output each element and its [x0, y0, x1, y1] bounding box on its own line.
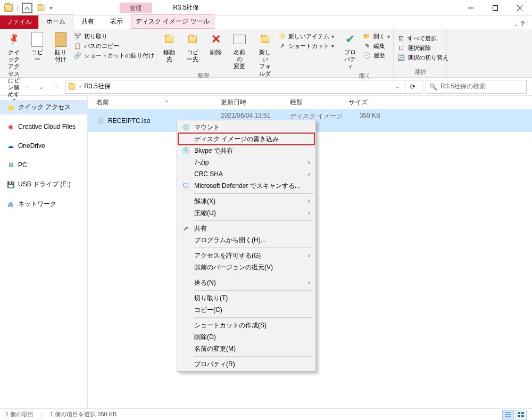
- ribbon-collapse-icon[interactable]: ⌄: [513, 21, 518, 27]
- svg-rect-2: [518, 412, 520, 414]
- edit-button[interactable]: ✎編集: [363, 42, 390, 50]
- ctx-separator: [194, 220, 313, 221]
- ctx-prevversions[interactable]: 以前のバージョンの復元(V): [178, 261, 314, 273]
- ctx-giveaccess[interactable]: アクセスを許可する(G)›: [178, 250, 314, 261]
- status-bar: 1 個の項目 | 1 個の項目を選択 350 KB: [0, 408, 532, 420]
- sidebar-item-quickaccess[interactable]: ⭐クイック アクセス: [0, 100, 87, 114]
- sidebar-item-usb[interactable]: 💾USB ドライブ (E:): [0, 177, 87, 192]
- newitem-button[interactable]: ✨新しいアイテム ▾: [278, 32, 334, 40]
- forward-button[interactable]: →: [20, 81, 32, 93]
- copypath-button[interactable]: 📋パスのコピー: [73, 42, 154, 50]
- tab-disk-image-tools[interactable]: ディスク イメージ ツール: [131, 14, 214, 29]
- nav-pane: ⭐クイック アクセス ◉Creative Cloud Files ☁OneDri…: [0, 96, 88, 408]
- svg-rect-3: [521, 412, 524, 414]
- copy-button[interactable]: コピー: [27, 30, 48, 64]
- sidebar-item-ccf[interactable]: ◉Creative Cloud Files: [0, 120, 87, 134]
- pin-quickaccess-button[interactable]: 📌クイック アクセス にピン留めする: [3, 30, 24, 106]
- ctx-extract[interactable]: 解凍(X)›: [178, 195, 314, 207]
- back-button[interactable]: ←: [5, 81, 17, 93]
- delete-button[interactable]: ✕削除: [205, 30, 227, 57]
- column-type[interactable]: 種類: [290, 98, 348, 107]
- ctx-sendto[interactable]: 送る(N)›: [178, 277, 314, 289]
- recent-dropdown[interactable]: ⌄: [35, 81, 47, 93]
- column-size[interactable]: サイズ: [348, 98, 386, 107]
- sidebar-item-onedrive[interactable]: ☁OneDrive: [0, 139, 87, 153]
- ctx-mount[interactable]: 💿マウント: [178, 121, 314, 133]
- qat-sep: |: [17, 4, 19, 12]
- refresh-button[interactable]: ⟳: [405, 80, 420, 94]
- ctx-separator: [194, 248, 313, 248]
- qat-newfolder[interactable]: [35, 2, 47, 14]
- ctx-openwith[interactable]: プログラムから開く(H)...: [178, 234, 314, 246]
- chevron-right-icon: ›: [308, 159, 310, 166]
- column-name[interactable]: 名前⌃: [88, 98, 221, 107]
- invert-button[interactable]: 🔄選択の切り替え: [397, 53, 448, 62]
- maximize-button[interactable]: [483, 0, 508, 16]
- titlebar: | ▾ 管理 R3.5社保: [0, 0, 532, 16]
- context-menu: 💿マウント ディスク イメージの書き込み ⓈSkype で共有 7-Zip› C…: [177, 120, 316, 372]
- address-segment[interactable]: R3.5社保: [84, 82, 110, 91]
- properties-button[interactable]: ✔プロパティ: [339, 30, 361, 71]
- chevron-right-icon[interactable]: ›: [79, 84, 81, 89]
- ctx-copy[interactable]: コピー(C): [178, 304, 314, 316]
- pasteshortcut-button[interactable]: 🔗ショートカットの貼り付け: [73, 51, 154, 60]
- ctx-compress[interactable]: 圧縮(U)›: [178, 207, 314, 219]
- ctx-share[interactable]: ↗共有: [178, 223, 314, 234]
- newshortcut-button[interactable]: ↗ショートカット ▾: [278, 42, 334, 50]
- cut-button[interactable]: ✂️切り取り: [73, 32, 154, 40]
- chevron-right-icon: ›: [308, 170, 310, 178]
- ctx-cut[interactable]: 切り取り(T): [178, 292, 314, 304]
- selectnone-button[interactable]: ☐選択解除: [397, 44, 448, 52]
- grid-icon: [518, 412, 524, 417]
- qat-dropdown[interactable]: ▾: [49, 4, 53, 12]
- moveto-button[interactable]: 移動先: [159, 30, 180, 64]
- ctx-burn-disk-image[interactable]: ディスク イメージの書き込み: [178, 133, 314, 145]
- ctx-defender-scan[interactable]: 🛡Microsoft Defender でスキャンする...: [178, 180, 314, 192]
- minimize-button[interactable]: [459, 0, 483, 16]
- folder-icon: [69, 84, 76, 89]
- selectall-button[interactable]: ☑すべて選択: [397, 34, 448, 43]
- ctx-skype-share[interactable]: ⓈSkype で共有: [178, 145, 314, 157]
- copyto-button[interactable]: コピー先: [182, 30, 203, 64]
- view-large-button[interactable]: [515, 410, 527, 419]
- share-icon: ↗: [181, 224, 190, 233]
- help-icon[interactable]: ?: [521, 20, 525, 28]
- chevron-right-icon: ›: [308, 209, 310, 217]
- view-details-button[interactable]: [502, 410, 514, 419]
- chevron-right-icon: ›: [308, 197, 310, 205]
- tab-share[interactable]: 共有: [73, 14, 102, 29]
- column-date[interactable]: 更新日時: [221, 98, 290, 107]
- svg-rect-0: [22, 3, 32, 13]
- tab-view[interactable]: 表示: [102, 14, 131, 29]
- contextual-tab-header: 管理: [120, 3, 152, 13]
- address-dropdown[interactable]: ⌄: [395, 84, 400, 89]
- paste-button[interactable]: 貼り付け: [50, 30, 71, 64]
- ctx-rename[interactable]: 名前の変更(M): [178, 343, 314, 355]
- sidebar-item-network[interactable]: 🖧ネットワーク: [0, 197, 87, 211]
- ctx-delete[interactable]: 削除(D): [178, 331, 314, 343]
- sidebar-item-pc[interactable]: 🖥PC: [0, 158, 87, 172]
- newfolder-button[interactable]: 新しい フォルダー: [254, 30, 276, 85]
- navbar: ← → ⌄ ↑ › R3.5社保 ⌄ ⟳ 🔍 R3.5社保の検索: [0, 78, 532, 96]
- history-button[interactable]: 🕘履歴: [363, 51, 390, 60]
- up-button[interactable]: ↑: [50, 81, 62, 93]
- network-icon: 🖧: [6, 200, 15, 209]
- tab-file[interactable]: ファイル: [0, 15, 38, 29]
- skype-icon: Ⓢ: [181, 146, 190, 155]
- qat-properties[interactable]: [21, 2, 34, 14]
- ctx-crcsha[interactable]: CRC SHA›: [178, 168, 314, 180]
- rename-button[interactable]: 名前の 変更: [229, 30, 250, 71]
- usb-icon: 💾: [6, 180, 15, 189]
- search-box[interactable]: 🔍 R3.5社保の検索: [426, 80, 527, 94]
- tab-home[interactable]: ホーム: [38, 14, 73, 29]
- folder-icon: [2, 2, 15, 14]
- address-bar[interactable]: › R3.5社保 ⌄ ⟳: [65, 80, 422, 94]
- ctx-properties[interactable]: プロパティ(R): [178, 358, 314, 370]
- status-item-count: 1 個の項目: [5, 410, 34, 418]
- close-button[interactable]: [508, 0, 532, 16]
- ctx-createshortcut[interactable]: ショートカットの作成(S): [178, 319, 314, 331]
- chevron-customright-icon: ›: [308, 279, 310, 286]
- iso-icon: 💿: [96, 117, 105, 125]
- open-button[interactable]: 📂開く ▾: [363, 32, 390, 40]
- ctx-7zip[interactable]: 7-Zip›: [178, 157, 314, 168]
